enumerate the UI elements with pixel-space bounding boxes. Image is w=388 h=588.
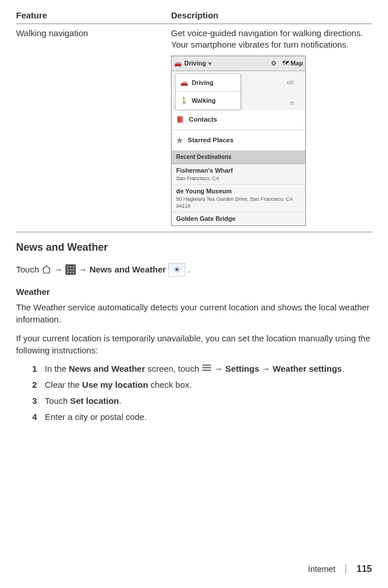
- mode-dropdown: Driving Walking: [175, 73, 241, 111]
- step-text: Enter a city or postal code.: [45, 411, 372, 423]
- step-3: 3 Touch Set location.: [32, 395, 372, 407]
- page-number: 115: [356, 564, 372, 574]
- list-item-contacts: Contacts: [172, 110, 305, 130]
- touch-instruction: Touch → → News and Weather ☀ .: [16, 263, 372, 277]
- screenshot-topbar: Driving Map: [172, 56, 305, 71]
- map-icon: [282, 60, 289, 67]
- gear-icon: [271, 59, 277, 68]
- svg-point-5: [70, 268, 72, 270]
- topbar-map-label: Map: [290, 60, 303, 67]
- svg-point-4: [67, 268, 69, 270]
- topbar-driving-button: Driving: [174, 59, 211, 68]
- text: Clear the: [45, 380, 82, 390]
- table-header-description: Description: [171, 8, 372, 24]
- car-icon: [180, 79, 188, 87]
- bold-text: Settings: [226, 364, 259, 373]
- dest-name: Golden Gate Bridge: [176, 215, 301, 223]
- table-row: Walking navigation Get voice-guided navi…: [16, 24, 372, 232]
- weather-p1: The Weather service automatically detect…: [16, 301, 372, 325]
- svg-point-7: [67, 271, 69, 273]
- step-text: In the News and Weather screen, touch → …: [45, 363, 372, 375]
- svg-point-6: [73, 268, 75, 270]
- footer-divider: [346, 564, 346, 574]
- cell-description-text: Get voice-guided navigation for walking …: [171, 28, 363, 49]
- bold-text: Set location: [70, 396, 119, 406]
- destination-item: de Young Museum 50 Hagiwara Tea Garden D…: [172, 185, 305, 212]
- arrow-icon: →: [262, 364, 270, 373]
- apps-icon: [65, 264, 76, 275]
- arrow-icon: →: [79, 264, 87, 274]
- obscured-text: on: [245, 71, 305, 87]
- step-2: 2 Clear the Use my location check box.: [32, 379, 372, 391]
- obscured-text: n: [245, 86, 305, 107]
- step-number: 4: [32, 411, 45, 423]
- step-4: 4 Enter a city or postal code.: [32, 411, 372, 423]
- footer-section: Internet: [308, 564, 335, 574]
- text: .: [119, 396, 121, 406]
- dropdown-walking-label: Walking: [192, 96, 216, 105]
- news-weather-app-icon: ☀: [168, 263, 185, 277]
- table-header-feature: Feature: [16, 8, 171, 24]
- destination-item: Golden Gate Bridge: [172, 212, 305, 225]
- walk-icon: [180, 96, 188, 105]
- chevron-down-icon: [208, 59, 211, 68]
- star-icon: [176, 135, 183, 146]
- bold-text: Use my location: [82, 380, 148, 390]
- svg-point-8: [70, 271, 72, 273]
- text: check box.: [148, 380, 192, 390]
- arrow-icon: →: [214, 364, 223, 373]
- svg-point-9: [73, 271, 75, 273]
- contacts-label: Contacts: [189, 115, 217, 124]
- svg-point-2: [70, 266, 72, 267]
- car-icon: [174, 59, 182, 68]
- weather-p2: If your current location is temporarily …: [16, 332, 372, 356]
- starred-label: Starred Places: [188, 136, 234, 145]
- touch-text: Touch: [16, 264, 39, 274]
- list-item-starred: Starred Places: [172, 130, 305, 151]
- topbar-driving-label: Driving: [184, 59, 206, 68]
- svg-point-3: [73, 266, 75, 267]
- cell-feature: Walking navigation: [16, 24, 171, 232]
- home-icon: [41, 264, 52, 275]
- contacts-icon: [176, 115, 184, 124]
- news-weather-label: News and Weather: [90, 264, 166, 274]
- page-footer: Internet 115: [308, 564, 372, 574]
- step-number: 1: [32, 363, 45, 375]
- step-number: 2: [32, 379, 45, 391]
- dest-addr: San Francisco, CA: [176, 175, 301, 182]
- cell-description: Get voice-guided navigation for walking …: [171, 24, 372, 232]
- section-heading: News and Weather: [16, 242, 372, 254]
- dropdown-item-walking: Walking: [176, 92, 240, 110]
- dropdown-item-driving: Driving: [176, 74, 240, 92]
- destination-item: Fisherman's Wharf San Francisco, CA: [172, 164, 305, 185]
- menu-icon: [201, 364, 212, 372]
- text: .: [342, 364, 344, 373]
- text: In the: [45, 364, 69, 373]
- arrow-icon: →: [54, 264, 63, 274]
- svg-point-1: [67, 266, 69, 267]
- navigation-screenshot: Driving Map: [171, 56, 306, 226]
- dropdown-driving-label: Driving: [192, 79, 214, 87]
- step-text: Touch Set location.: [45, 395, 372, 407]
- period: .: [188, 264, 190, 274]
- steps-list: 1 In the News and Weather screen, touch …: [16, 363, 372, 423]
- recent-destinations-header: Recent Destinations: [172, 151, 305, 164]
- dest-addr: 50 Hagiwara Tea Garden Drive, San Franci…: [176, 196, 301, 209]
- feature-table: Feature Description Walking navigation G…: [16, 8, 372, 232]
- dest-name: Fisherman's Wharf: [176, 166, 301, 175]
- bold-text: News and Weather: [69, 364, 145, 373]
- step-1: 1 In the News and Weather screen, touch …: [32, 363, 372, 375]
- text: screen, touch: [145, 364, 201, 373]
- weather-heading: Weather: [16, 287, 372, 297]
- dest-name: de Young Museum: [176, 187, 301, 196]
- bold-text: Weather settings: [273, 364, 342, 373]
- text: Touch: [45, 396, 70, 406]
- step-number: 3: [32, 395, 45, 407]
- topbar-map-button: Map: [282, 59, 303, 68]
- step-text: Clear the Use my location check box.: [45, 379, 372, 391]
